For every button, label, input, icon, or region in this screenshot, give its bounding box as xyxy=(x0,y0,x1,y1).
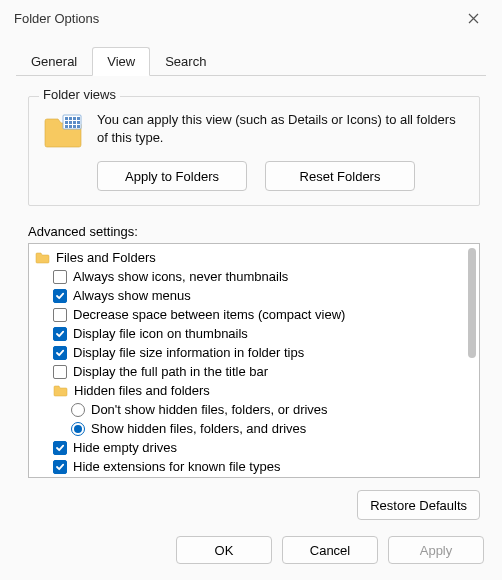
tree-item-label: Hide extensions for known file types xyxy=(73,459,280,474)
mini-folder-icon xyxy=(35,252,50,264)
svg-rect-8 xyxy=(77,121,80,124)
advanced-settings-tree[interactable]: Files and FoldersAlways show icons, neve… xyxy=(28,243,480,478)
checkbox-icon[interactable] xyxy=(53,441,67,455)
svg-rect-9 xyxy=(65,125,68,128)
tree-checkbox-item[interactable]: Decrease space between items (compact vi… xyxy=(35,305,465,324)
svg-rect-5 xyxy=(65,121,68,124)
window-title: Folder Options xyxy=(14,11,452,26)
tree-item-label: Don't show hidden files, folders, or dri… xyxy=(91,402,328,417)
svg-rect-10 xyxy=(69,125,72,128)
folder-views-description: You can apply this view (such as Details… xyxy=(97,111,465,146)
titlebar: Folder Options xyxy=(0,0,502,36)
folder-options-dialog: Folder Options General View Search Folde… xyxy=(0,0,502,580)
tree-item-label: Decrease space between items (compact vi… xyxy=(73,307,345,322)
apply-to-folders-button[interactable]: Apply to Folders xyxy=(97,161,247,191)
tree-folder-item[interactable]: Hidden files and folders xyxy=(35,381,465,400)
folder-icon xyxy=(43,113,83,149)
dialog-button-row: OK Cancel Apply xyxy=(0,520,502,580)
tree-checkbox-item[interactable]: Display file size information in folder … xyxy=(35,343,465,362)
view-tab-content: Folder views You can apply this view (su… xyxy=(0,76,502,520)
svg-rect-3 xyxy=(73,117,76,120)
tree-checkbox-item[interactable]: Hide folder merge conflicts xyxy=(35,476,465,477)
tree-checkbox-item[interactable]: Hide extensions for known file types xyxy=(35,457,465,476)
close-button[interactable] xyxy=(452,3,494,33)
svg-rect-11 xyxy=(73,125,76,128)
tree-checkbox-item[interactable]: Display the full path in the title bar xyxy=(35,362,465,381)
svg-rect-1 xyxy=(65,117,68,120)
apply-button[interactable]: Apply xyxy=(388,536,484,564)
ok-button[interactable]: OK xyxy=(176,536,272,564)
tab-search[interactable]: Search xyxy=(150,47,221,75)
tree-item-label: Always show icons, never thumbnails xyxy=(73,269,288,284)
restore-defaults-button[interactable]: Restore Defaults xyxy=(357,490,480,520)
svg-rect-4 xyxy=(77,117,80,120)
checkbox-icon[interactable] xyxy=(53,460,67,474)
tree-item-label: Display file icon on thumbnails xyxy=(73,326,248,341)
checkbox-icon[interactable] xyxy=(53,289,67,303)
tree-item-label: Hide empty drives xyxy=(73,440,177,455)
tree-item-label: Files and Folders xyxy=(56,250,156,265)
svg-rect-2 xyxy=(69,117,72,120)
tree-radio-item[interactable]: Don't show hidden files, folders, or dri… xyxy=(35,400,465,419)
svg-rect-7 xyxy=(73,121,76,124)
checkbox-icon[interactable] xyxy=(53,327,67,341)
advanced-settings-label: Advanced settings: xyxy=(28,224,480,239)
checkbox-icon[interactable] xyxy=(53,365,67,379)
tree-item-label: Show hidden files, folders, and drives xyxy=(91,421,306,436)
radio-icon[interactable] xyxy=(71,403,85,417)
tree-checkbox-item[interactable]: Always show menus xyxy=(35,286,465,305)
tree-item-label: Hidden files and folders xyxy=(74,383,210,398)
radio-icon[interactable] xyxy=(71,422,85,436)
scrollbar-thumb[interactable] xyxy=(468,248,476,358)
checkbox-icon[interactable] xyxy=(53,308,67,322)
tab-strip: General View Search xyxy=(0,36,502,76)
tree-item-label: Always show menus xyxy=(73,288,191,303)
folder-views-group: Folder views You can apply this view (su… xyxy=(28,96,480,206)
folder-views-label: Folder views xyxy=(39,87,120,102)
tree-radio-item[interactable]: Show hidden files, folders, and drives xyxy=(35,419,465,438)
tree-checkbox-item[interactable]: Display file icon on thumbnails xyxy=(35,324,465,343)
reset-folders-button[interactable]: Reset Folders xyxy=(265,161,415,191)
cancel-button[interactable]: Cancel xyxy=(282,536,378,564)
checkbox-icon[interactable] xyxy=(53,346,67,360)
tree-folder-item[interactable]: Files and Folders xyxy=(35,248,465,267)
mini-folder-icon xyxy=(53,385,68,397)
svg-rect-6 xyxy=(69,121,72,124)
scrollbar[interactable] xyxy=(467,246,477,475)
svg-rect-12 xyxy=(77,125,80,128)
tab-view[interactable]: View xyxy=(92,47,150,76)
tree-checkbox-item[interactable]: Hide empty drives xyxy=(35,438,465,457)
tab-general[interactable]: General xyxy=(16,47,92,75)
tree-item-label: Display file size information in folder … xyxy=(73,345,304,360)
tree-item-label: Display the full path in the title bar xyxy=(73,364,268,379)
tree-checkbox-item[interactable]: Always show icons, never thumbnails xyxy=(35,267,465,286)
checkbox-icon[interactable] xyxy=(53,270,67,284)
